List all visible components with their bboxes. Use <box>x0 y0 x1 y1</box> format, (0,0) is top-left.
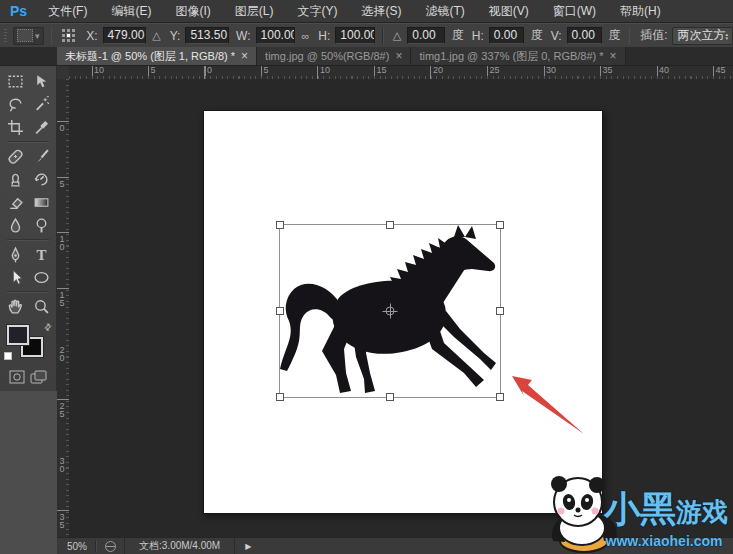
tool-spot-healing[interactable] <box>2 145 28 168</box>
reference-point-locator[interactable] <box>62 29 76 43</box>
history-brush-icon <box>33 171 50 188</box>
panel-background-filler <box>0 391 57 554</box>
width-label: W: <box>236 29 250 43</box>
eraser-icon <box>7 194 24 211</box>
horizontal-ruler[interactable]: 105051015202530354045 <box>69 66 733 80</box>
tool-clone-stamp[interactable] <box>2 168 28 191</box>
quick-mask-button[interactable] <box>6 368 28 385</box>
transform-handle[interactable] <box>496 221 504 229</box>
tool-eyedropper[interactable] <box>28 116 54 139</box>
relative-positioning-toggle[interactable]: △ <box>150 29 162 42</box>
menu-item[interactable]: 图层(L) <box>223 1 286 22</box>
skew-v-field[interactable]: 0.00 <box>567 27 602 44</box>
zoom-level-field[interactable]: 50% <box>57 541 95 552</box>
tool-hand[interactable] <box>2 295 28 318</box>
tool-panel-column: T ⇄ <box>0 66 57 554</box>
rotation-icon: △ <box>391 29 403 42</box>
transform-options-bar: ▾ X: 479.00 像素 △ Y: 513.50 像素 W: 100.00%… <box>0 23 733 48</box>
tool-move[interactable] <box>28 70 54 93</box>
tool-rectangular-marquee[interactable] <box>2 70 28 93</box>
tool-dodge[interactable] <box>28 214 54 237</box>
ruler-label: 10 <box>94 66 104 75</box>
menu-item[interactable]: 图像(I) <box>163 1 222 22</box>
skew-h-unit: 度 <box>531 27 543 44</box>
skew-v-label: V: <box>551 29 562 43</box>
default-colors-icon[interactable] <box>4 352 15 362</box>
screen-mode-button[interactable] <box>28 368 50 385</box>
transform-handle[interactable] <box>386 221 394 229</box>
interpolation-value: 两次立方 <box>677 27 725 44</box>
menu-item[interactable]: 文字(Y) <box>285 1 349 22</box>
spot-healing-icon <box>7 148 24 165</box>
tool-magic-wand[interactable] <box>28 93 54 116</box>
menu-item[interactable]: 视图(V) <box>477 1 541 22</box>
tool-crop[interactable] <box>2 116 28 139</box>
ruler-label: 5 <box>151 66 156 75</box>
quick-mask-icon <box>9 370 25 384</box>
tool-history-brush[interactable] <box>28 168 54 191</box>
skew-h-field[interactable]: 0.00 <box>489 27 524 44</box>
menu-item[interactable]: 帮助(H) <box>608 1 673 22</box>
ruler-label: 0 <box>58 124 66 132</box>
transform-handle[interactable] <box>386 393 394 401</box>
ruler-label: 3 5 <box>58 513 66 529</box>
menu-items: 文件(F)编辑(E)图像(I)图层(L)文字(Y)选择(S)滤镜(T)视图(V)… <box>36 1 673 22</box>
gradient-icon <box>33 194 50 211</box>
menu-item[interactable]: 滤镜(T) <box>413 1 476 22</box>
tool-pen[interactable] <box>2 243 28 266</box>
tool-panel: T ⇄ <box>0 66 57 391</box>
color-swatches: ⇄ <box>2 322 54 364</box>
tool-blur[interactable] <box>2 214 28 237</box>
canvas[interactable] <box>203 110 603 514</box>
tool-eraser[interactable] <box>2 191 28 214</box>
toolbar-divider <box>7 239 49 241</box>
menu-item[interactable]: 编辑(E) <box>99 1 163 22</box>
tool-preset-picker[interactable]: ▾ <box>13 27 44 45</box>
divider <box>382 27 384 45</box>
ruler-label: 40 <box>659 66 669 75</box>
menu-item[interactable]: 文件(F) <box>36 1 99 22</box>
tool-ellipse-shape[interactable] <box>28 266 54 289</box>
foreground-color-swatch[interactable] <box>7 325 29 345</box>
menu-item[interactable]: 窗口(W) <box>541 1 608 22</box>
menu-bar: Ps 文件(F)编辑(E)图像(I)图层(L)文字(Y)选择(S)滤镜(T)视图… <box>0 0 733 23</box>
ruler-label: 45 <box>716 66 726 75</box>
tool-path-selection[interactable] <box>2 266 28 289</box>
rotation-field[interactable]: 0.00 <box>407 27 444 44</box>
transform-reference-point[interactable] <box>386 307 395 316</box>
tab-close-icon[interactable]: × <box>241 50 248 62</box>
transform-handle[interactable] <box>276 307 284 315</box>
tab-close-icon[interactable]: × <box>610 50 617 62</box>
width-scale-field[interactable]: 100.00% <box>256 27 296 44</box>
transform-handle[interactable] <box>496 393 504 401</box>
panel-grip <box>4 29 7 43</box>
ruler-label: 5 <box>264 66 269 75</box>
menu-item[interactable]: 选择(S) <box>349 1 413 22</box>
transform-handle[interactable] <box>276 393 284 401</box>
toolbar-divider <box>7 291 49 293</box>
height-scale-field[interactable]: 100.00% <box>335 27 375 44</box>
swap-colors-icon[interactable]: ⇄ <box>42 321 54 333</box>
tool-lasso[interactable] <box>2 93 28 116</box>
transform-bounding-box[interactable] <box>279 224 501 398</box>
tool-brush[interactable] <box>28 145 54 168</box>
document-tab[interactable]: 未标题-1 @ 50% (图层 1, RGB/8) *× <box>57 47 257 65</box>
status-flyout-button[interactable]: ▶ <box>235 542 261 551</box>
rotation-unit: 度 <box>452 27 464 44</box>
tab-close-icon[interactable]: × <box>395 50 402 62</box>
tool-gradient[interactable] <box>28 191 54 214</box>
transform-handle[interactable] <box>496 307 504 315</box>
height-label: H: <box>318 29 330 43</box>
document-tab[interactable]: timg1.jpg @ 337% (图层 0, RGB/8#) *× <box>411 47 625 65</box>
ruler-label: 0 <box>207 66 212 75</box>
tool-type[interactable]: T <box>28 243 54 266</box>
ruler-label: 10 <box>320 66 330 75</box>
maintain-aspect-link-icon[interactable]: ∞ <box>299 30 311 42</box>
document-tab[interactable]: timg.jpg @ 50%(RGB/8#)× <box>257 47 411 65</box>
tool-panel-footer <box>2 368 54 385</box>
transform-handle[interactable] <box>276 221 284 229</box>
tool-zoom[interactable] <box>28 295 54 318</box>
x-position-field[interactable]: 479.00 像素 <box>103 27 147 44</box>
interpolation-dropdown[interactable]: 两次立方 ▴▾ <box>672 27 733 45</box>
y-position-field[interactable]: 513.50 像素 <box>185 27 229 44</box>
